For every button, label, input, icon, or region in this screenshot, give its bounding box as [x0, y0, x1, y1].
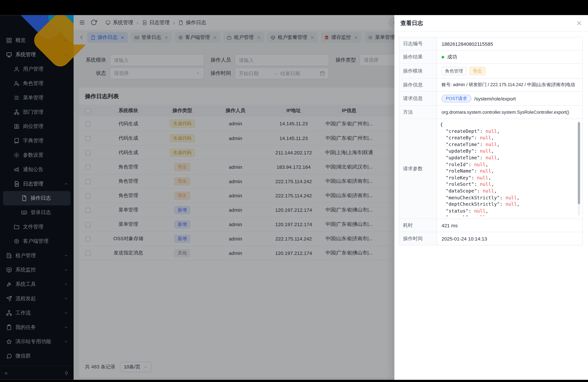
request-params-code: { "createDept": null, "createBy": null, … — [440, 121, 581, 216]
json-line: "roleName": null, — [440, 168, 575, 174]
screen: Plus Admin 概览系统管理用户管理角色管理菜单管理部门管理岗位管理字典管… — [0, 0, 588, 382]
json-line: "roleId": null, — [440, 161, 575, 168]
json-line: "createBy": null, — [440, 134, 575, 141]
json-line: "remark": null, — [440, 214, 575, 216]
detail-row-info: 操作信息 账号: admin / 研发部门 / 222.175.114.242 … — [399, 79, 583, 92]
export-tag: 导出 — [469, 67, 485, 75]
code-scrollbar-thumb[interactable] — [578, 122, 580, 204]
view-log-drawer: 查看日志 日志编号 1882612840802115585 操作结果 成功 操作… — [395, 15, 588, 380]
json-line: "createDept": null, — [440, 128, 575, 134]
success-dot-icon — [441, 56, 444, 58]
json-line: "dataScope": null, — [440, 188, 575, 194]
json-line: "updateBy": null, — [440, 148, 575, 154]
module-tag: 角色管理 — [441, 67, 466, 75]
detail-row-method: 方法 org.dromara.system.controller.system.… — [399, 106, 583, 119]
result-text: 成功 — [447, 54, 457, 61]
detail-row-params: 请求参数 { "createDept": null, "createBy": n… — [399, 119, 583, 219]
post-method-tag: POST请求 — [441, 95, 471, 102]
log-detail-table: 日志编号 1882612840802115585 操作结果 成功 操作模块 角色… — [399, 37, 583, 245]
json-line: { — [440, 121, 575, 128]
drawer-header: 查看日志 — [395, 15, 588, 32]
json-line: "deptCheckStrictly": null, — [440, 201, 575, 208]
detail-row-duration: 耗时 421 ms — [399, 219, 583, 232]
detail-row-log-id: 日志编号 1882612840802115585 — [399, 37, 583, 51]
drawer-title: 查看日志 — [400, 20, 423, 27]
drawer-body: 日志编号 1882612840802115585 操作结果 成功 操作模块 角色… — [395, 32, 588, 245]
json-line: "roleKey": null, — [440, 174, 575, 181]
json-line: "menuCheckStrictly": null, — [440, 194, 575, 201]
json-line: "status": null, — [440, 208, 575, 214]
json-line: "updateTime": null, — [440, 154, 575, 161]
close-icon[interactable] — [576, 21, 582, 26]
detail-row-request: 请求信息 POST请求 /system/role/export — [399, 92, 583, 106]
detail-row-result: 操作结果 成功 — [399, 51, 583, 64]
json-line: "createTime": null, — [440, 141, 575, 148]
json-line: "roleSort": null, — [440, 181, 575, 188]
request-url: /system/role/export — [474, 96, 516, 102]
detail-row-time: 操作时间 2025-01-24 10:14:13 — [399, 232, 583, 245]
detail-row-module: 操作模块 角色管理 导出 — [399, 64, 583, 78]
